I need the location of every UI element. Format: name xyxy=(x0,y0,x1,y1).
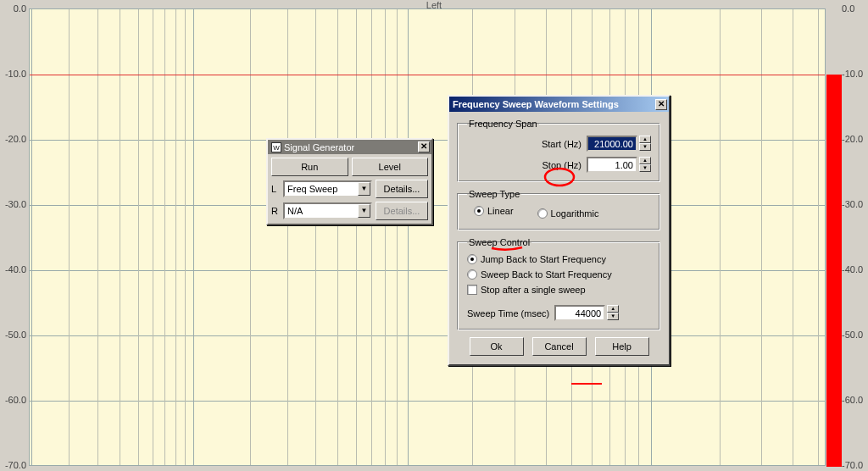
spin-up-icon[interactable]: ▲ xyxy=(639,136,651,143)
y-tick: -30.0 xyxy=(5,199,26,209)
y-tick: -10.0 xyxy=(842,69,863,79)
stop-hz-input[interactable] xyxy=(587,157,637,173)
ok-button[interactable]: Ok xyxy=(470,337,524,356)
level-meter xyxy=(826,75,842,467)
gridline-h xyxy=(30,270,825,271)
plot-area xyxy=(29,8,826,466)
y-tick: -60.0 xyxy=(5,395,26,405)
sweep-back-label: Sweep Back to Start Frequency xyxy=(481,269,612,280)
gridline-v xyxy=(97,9,98,465)
close-icon[interactable]: ✕ xyxy=(655,99,667,110)
gridline-h xyxy=(30,335,825,336)
jump-back-radio[interactable]: Jump Back to Start Frequency xyxy=(467,254,651,264)
spin-up-icon[interactable]: ▲ xyxy=(607,305,619,313)
y-axis-right: 0.0 -10.0 -20.0 -30.0 -40.0 -50.0 -60.0 … xyxy=(840,0,868,471)
gridline-v xyxy=(356,9,357,465)
gridline-v xyxy=(153,9,153,465)
run-button[interactable]: Run xyxy=(271,158,348,176)
stop-hz-label: Stop (Hz) xyxy=(542,160,581,170)
checkbox-icon xyxy=(467,285,477,295)
gridline-v xyxy=(720,9,721,465)
stop-after-label: Stop after a single sweep xyxy=(481,285,586,295)
sweep-type-logarithmic-radio[interactable]: Logarithmic xyxy=(537,206,599,221)
radio-icon xyxy=(474,206,484,216)
gridline-v xyxy=(250,9,251,465)
sweep-control-legend: Sweep Control xyxy=(467,237,531,247)
chevron-down-icon: ▼ xyxy=(358,182,370,196)
y-tick: -50.0 xyxy=(5,330,26,340)
dialog-titlebar[interactable]: Frequency Sweep Waveform Settings ✕ xyxy=(449,97,669,112)
y-tick: 0.0 xyxy=(842,3,854,14)
start-hz-input[interactable] xyxy=(587,136,637,152)
gridline-v xyxy=(337,9,338,465)
gridline-v xyxy=(185,9,186,465)
right-waveform-select[interactable]: N/A ▼ xyxy=(283,202,372,219)
y-tick: -70.0 xyxy=(842,460,863,470)
signal-generator-window[interactable]: W Signal Generator ✕ Run Level L Freq Sw… xyxy=(266,138,433,225)
gridline-v xyxy=(69,9,70,465)
gridline-v xyxy=(761,9,762,465)
sweep-type-logarithmic-label: Logarithmic xyxy=(551,208,599,219)
gridline-v xyxy=(371,9,372,465)
y-tick: -20.0 xyxy=(842,134,863,144)
radio-icon xyxy=(467,269,477,280)
trace-left-channel xyxy=(30,75,825,75)
gridline-h xyxy=(30,401,825,402)
cancel-button[interactable]: Cancel xyxy=(532,337,587,356)
close-icon[interactable]: ✕ xyxy=(418,141,430,152)
radio-icon xyxy=(537,208,548,219)
spin-up-icon[interactable]: ▲ xyxy=(639,157,651,164)
gridline-v xyxy=(287,9,288,465)
signal-generator-icon: W xyxy=(271,142,281,152)
y-tick: 0.0 xyxy=(14,3,26,14)
gridline-v xyxy=(120,9,120,465)
frequency-span-group: Frequency Span Start (Hz) ▲ ▼ Stop (Hz) … xyxy=(458,119,660,182)
frequency-sweep-settings-dialog[interactable]: Frequency Sweep Waveform Settings ✕ Freq… xyxy=(448,95,670,366)
y-tick: -10.0 xyxy=(5,69,26,79)
y-tick: -60.0 xyxy=(842,395,863,405)
gridline-v xyxy=(164,9,165,465)
gridline-v xyxy=(385,9,386,465)
spin-down-icon[interactable]: ▼ xyxy=(639,164,651,172)
gridline-v xyxy=(408,9,409,465)
level-button[interactable]: Level xyxy=(352,158,429,176)
help-button[interactable]: Help xyxy=(595,337,649,356)
y-tick: -70.0 xyxy=(5,460,26,470)
start-hz-label: Start (Hz) xyxy=(542,139,581,149)
stop-after-checkbox[interactable]: Stop after a single sweep xyxy=(467,285,651,295)
left-channel-label: L xyxy=(271,184,280,194)
left-details-button[interactable]: Details... xyxy=(376,180,428,198)
sweep-type-linear-radio[interactable]: Linear xyxy=(474,206,514,216)
spin-down-icon[interactable]: ▼ xyxy=(607,313,619,320)
signal-generator-title: Signal Generator xyxy=(284,142,354,152)
sweep-type-linear-label: Linear xyxy=(487,206,514,216)
gridline-v xyxy=(138,9,139,465)
y-axis-left: 0.0 -10.0 -20.0 -30.0 -40.0 -50.0 -60.0 … xyxy=(0,0,28,471)
y-tick: -40.0 xyxy=(5,264,26,274)
sweep-time-label: Sweep Time (msec) xyxy=(467,308,549,319)
signal-generator-titlebar[interactable]: W Signal Generator ✕ xyxy=(268,140,431,154)
spin-down-icon[interactable]: ▼ xyxy=(639,143,651,151)
y-tick: -40.0 xyxy=(842,264,863,274)
gridline-v xyxy=(793,9,793,465)
left-waveform-value: Freq Sweep xyxy=(287,184,358,194)
gridline-v xyxy=(818,9,819,465)
dialog-title: Frequency Sweep Waveform Settings xyxy=(453,99,619,109)
gridline-v xyxy=(31,9,32,465)
sweep-back-radio[interactable]: Sweep Back to Start Frequency xyxy=(467,269,651,280)
y-tick: -50.0 xyxy=(842,330,863,340)
radio-icon xyxy=(467,254,477,264)
left-waveform-select[interactable]: Freq Sweep ▼ xyxy=(283,180,372,197)
sweep-control-group: Sweep Control Jump Back to Start Frequen… xyxy=(458,237,660,330)
right-details-button: Details... xyxy=(376,202,428,220)
gridline-v xyxy=(193,9,194,465)
jump-back-label: Jump Back to Start Frequency xyxy=(481,254,606,264)
sweep-time-input[interactable] xyxy=(554,305,605,321)
chart-area: Left 0.0 -10.0 -20.0 -30.0 -40.0 -50.0 -… xyxy=(0,0,868,471)
right-waveform-value: N/A xyxy=(287,206,358,216)
sweep-type-legend: Sweep Type xyxy=(467,189,521,199)
right-channel-label: R xyxy=(271,206,280,216)
gridline-v xyxy=(397,9,398,465)
sweep-type-group: Sweep Type Linear Logarithmic xyxy=(458,189,660,230)
chevron-down-icon: ▼ xyxy=(358,204,370,218)
